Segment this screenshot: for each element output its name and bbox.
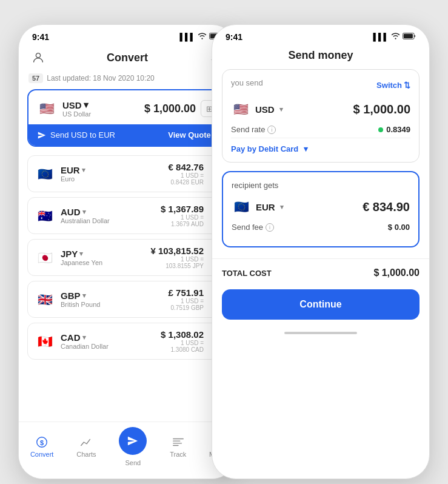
cad-rate: 1 USD =1.3080 CAD	[161, 340, 204, 353]
main-currency-code: USD ▾	[62, 99, 91, 110]
aud-amounts: $ 1,367.89 1 USD =1.3679 AUD	[161, 204, 204, 227]
main-amount-block: $ 1,000.00 ⊞	[144, 100, 218, 117]
gbp-info: 🇬🇧 GBP ▾ British Pound	[35, 290, 100, 309]
aud-rate: 1 USD =1.3679 AUD	[161, 214, 204, 227]
jpy-right: ¥ 103,815.52 1 USD =103.8155 JPY ⋮	[150, 246, 219, 269]
you-send-currency-row: 🇺🇸 USD ▾ $ 1,000.00	[231, 99, 410, 119]
aud-full-name: Australian Dollar	[61, 217, 110, 224]
main-currency-full-name: US Dollar	[62, 110, 91, 118]
cad-info: 🇨🇦 CAD ▾ Canadian Dollar	[35, 332, 109, 351]
nav-label-send: Send	[125, 459, 141, 466]
main-currency-card[interactable]: 🇺🇸 USD ▾ US Dollar $ 1,000.00	[27, 89, 227, 147]
continue-button[interactable]: Continue	[222, 289, 420, 320]
main-currency-info: 🇺🇸 USD ▾ US Dollar	[37, 99, 91, 118]
total-cost-value: $ 1,000.00	[373, 267, 420, 278]
eur-code: EUR ▾	[61, 165, 85, 175]
status-time-right: 9:41	[226, 32, 242, 42]
nav-item-send[interactable]: Send	[119, 427, 147, 466]
send-currency-dropdown[interactable]: ▾	[279, 106, 283, 113]
aud-code: AUD ▾	[61, 207, 110, 217]
recipient-currency-select[interactable]: 🇪🇺 EUR ▾	[232, 197, 284, 217]
gbp-amount: £ 751.91	[169, 287, 204, 298]
send-currency-code: USD	[255, 104, 275, 115]
dropdown-arrow-main[interactable]: ▾	[84, 99, 89, 110]
signal-icon: ▌▌▌	[179, 33, 195, 41]
list-item[interactable]: 🇪🇺 EUR ▾ Euro € 842.76 1 USD =0.8428 EUR	[27, 155, 227, 192]
jpy-amounts: ¥ 103,815.52 1 USD =103.8155 JPY	[150, 246, 204, 269]
profile-icon[interactable]	[30, 49, 47, 66]
send-rate-info-icon[interactable]: i	[267, 126, 276, 134]
nav-item-track[interactable]: Track	[170, 435, 186, 458]
total-cost-label: TOTAL COST	[222, 269, 272, 278]
jpy-rate: 1 USD =103.8155 JPY	[150, 256, 204, 269]
svg-rect-13	[404, 34, 413, 39]
page-title-right: Send money	[288, 49, 353, 62]
nav-label-convert: Convert	[30, 451, 54, 458]
jpy-flag: 🇯🇵	[35, 248, 55, 267]
send-fab[interactable]	[119, 427, 147, 455]
switch-button[interactable]: Switch ⇅	[376, 81, 410, 90]
nav-item-convert[interactable]: $ Convert	[30, 435, 54, 458]
cad-flag: 🇨🇦	[35, 332, 55, 351]
page-title-left: Convert	[107, 52, 148, 64]
aud-amount: $ 1,367.89	[161, 204, 204, 214]
send-usd-flag: 🇺🇸	[231, 99, 250, 119]
you-send-card: you send Switch ⇅ 🇺🇸 USD ▾ $ 1,000.00	[222, 69, 420, 163]
send-currency-select[interactable]: 🇺🇸 USD ▾	[231, 99, 283, 119]
last-updated-bar: 57 Last updated: 18 Nov 2020 10:20	[27, 73, 227, 83]
eur-dropdown[interactable]: ▾	[82, 166, 85, 174]
home-indicator-right	[284, 332, 357, 334]
send-bar[interactable]: Send USD to EUR View Quote >	[28, 124, 226, 146]
aud-right: $ 1,367.89 1 USD =1.3679 AUD ⋮	[161, 204, 219, 227]
currency-list: 🇪🇺 EUR ▾ Euro € 842.76 1 USD =0.8428 EUR	[27, 155, 227, 360]
you-send-label: you send	[231, 78, 263, 87]
nav-label-track: Track	[170, 451, 186, 458]
eur-name-block: EUR ▾ Euro	[61, 165, 85, 183]
status-icons-right: ▌▌▌	[373, 33, 416, 41]
main-amount: $ 1,000.00	[144, 103, 196, 115]
gbp-name-block: GBP ▾ British Pound	[61, 291, 100, 308]
bottom-nav: $ Convert Charts Send Track	[19, 422, 236, 479]
update-badge: 57	[28, 73, 43, 83]
left-content: 57 Last updated: 18 Nov 2020 10:20 🇺🇸 US…	[19, 73, 236, 479]
send-rate-label: Send rate i	[231, 125, 276, 134]
list-item[interactable]: 🇦🇺 AUD ▾ Australian Dollar $ 1,367.89 1 …	[27, 197, 227, 234]
battery-icon-right	[403, 33, 416, 41]
view-quote-btn[interactable]: View Quote >	[168, 130, 218, 139]
nav-label-charts: Charts	[76, 451, 96, 458]
last-updated-text: Last updated: 18 Nov 2020 10:20	[47, 74, 154, 82]
eur-info: 🇪🇺 EUR ▾ Euro	[35, 164, 85, 184]
cad-full-name: Canadian Dollar	[61, 343, 109, 350]
list-item[interactable]: 🇨🇦 CAD ▾ Canadian Dollar $ 1,308.02 1 US…	[27, 323, 227, 360]
app-header-right: Send money	[212, 44, 429, 69]
signal-icon-right: ▌▌▌	[373, 33, 389, 41]
nav-item-charts[interactable]: Charts	[76, 435, 96, 458]
svg-text:$: $	[40, 439, 44, 446]
usd-flag: 🇺🇸	[37, 99, 56, 118]
gbp-code: GBP ▾	[61, 291, 100, 301]
svg-point-2	[36, 53, 40, 58]
send-fee-value: $ 0.00	[388, 223, 410, 232]
eur-amounts: € 842.76 1 USD =0.8428 EUR	[169, 162, 204, 186]
jpy-dropdown[interactable]: ▾	[79, 250, 83, 258]
list-item[interactable]: 🇯🇵 JPY ▾ Japanese Yen ¥ 103,815.52 1 USD…	[27, 239, 227, 276]
gbp-dropdown[interactable]: ▾	[82, 292, 86, 300]
cad-dropdown[interactable]: ▾	[82, 334, 86, 341]
jpy-amount: ¥ 103,815.52	[150, 246, 204, 256]
main-currency-name-block: USD ▾ US Dollar	[62, 99, 91, 118]
list-item[interactable]: 🇬🇧 GBP ▾ British Pound £ 751.91 1 USD =0…	[27, 281, 227, 318]
eur-amount: € 842.76	[169, 162, 204, 172]
aud-dropdown[interactable]: ▾	[82, 208, 86, 216]
status-time-left: 9:41	[32, 32, 49, 42]
jpy-full-name: Japanese Yen	[61, 259, 102, 266]
send-amount[interactable]: $ 1,000.00	[353, 103, 410, 116]
recipient-currency-code: EUR	[256, 202, 275, 212]
aud-info: 🇦🇺 AUD ▾ Australian Dollar	[35, 206, 110, 226]
recipient-currency-dropdown[interactable]: ▾	[280, 203, 284, 211]
send-rate-value: 0.8349	[378, 125, 410, 134]
recipient-eur-flag: 🇪🇺	[232, 197, 251, 217]
switch-icon: ⇅	[404, 81, 410, 90]
pay-method-dropdown[interactable]: ▾	[304, 144, 308, 153]
pay-method-row[interactable]: Pay by Debit Card ▾	[231, 138, 410, 153]
send-fee-info-icon[interactable]: i	[266, 223, 274, 232]
